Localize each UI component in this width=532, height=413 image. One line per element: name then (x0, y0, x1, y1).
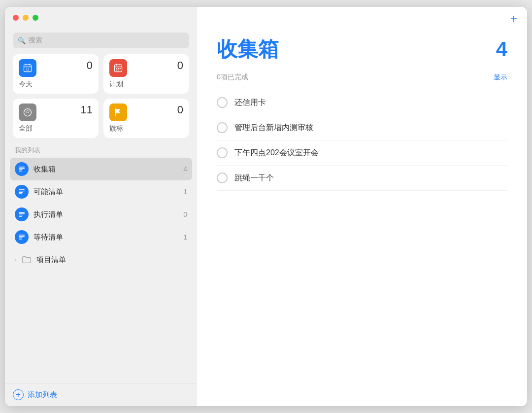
flag-icon (109, 103, 127, 121)
all-label: 全部 (19, 124, 93, 133)
smart-card-flag[interactable]: 0 旗标 (103, 99, 189, 138)
svg-rect-7 (118, 69, 119, 70)
titlebar (5, 7, 197, 29)
smart-cards-grid: 10 0 今天 (5, 54, 197, 144)
today-count: 0 (87, 59, 93, 72)
task-item-2[interactable]: 管理后台新增内测审核 (217, 115, 507, 140)
task-item-3[interactable]: 下午四点202会议室开会 (217, 140, 507, 166)
today-icon: 10 (19, 59, 36, 77)
task-text-2: 管理后台新增内测审核 (234, 123, 313, 133)
search-placeholder: 搜索 (29, 36, 42, 45)
add-list-footer[interactable]: + 添加列表 (5, 383, 197, 406)
svg-point-8 (24, 109, 32, 116)
list-item-action[interactable]: 执行清单 0 (10, 203, 192, 226)
task-text-3: 下午四点202会议室开会 (234, 148, 319, 158)
task-circle-3[interactable] (217, 147, 228, 158)
task-count-badge: 4 (496, 37, 507, 61)
project-label: 项目清单 (36, 255, 66, 265)
completed-text: 0项已完成 (217, 73, 248, 82)
task-text-4: 跳绳一千个 (234, 173, 274, 183)
search-bar[interactable]: 🔍 搜索 (13, 33, 189, 48)
smart-card-all[interactable]: 11 全部 (13, 99, 99, 138)
task-circle-4[interactable] (217, 172, 228, 183)
list-item-maybe-icon (15, 185, 29, 199)
maximize-button[interactable] (33, 15, 38, 21)
smart-card-calendar[interactable]: 0 计划 (103, 54, 189, 94)
flag-label: 旗标 (109, 124, 183, 133)
close-button[interactable] (13, 15, 19, 21)
list-item-action-icon (15, 207, 29, 221)
list-item-inbox-icon (15, 162, 29, 176)
list-items-container: 收集箱 4 可能清单 1 执行清单 0 (5, 158, 197, 383)
list-item-action-count: 0 (183, 210, 187, 218)
search-icon: 🔍 (18, 37, 26, 44)
completed-row: 0项已完成 显示 (217, 69, 507, 88)
calendar-label: 计划 (109, 80, 183, 89)
task-circle-1[interactable] (217, 97, 228, 108)
page-title: 收集箱 (217, 35, 279, 63)
svg-rect-4 (118, 68, 119, 69)
add-task-button[interactable]: + (510, 13, 517, 25)
list-item-inbox-label: 收集箱 (33, 165, 178, 174)
main-content: + 收集箱 4 0项已完成 显示 还信用卡 管理后台新增内测审核 (197, 7, 527, 406)
list-item-inbox-count: 4 (183, 165, 187, 173)
task-list: 还信用卡 管理后台新增内测审核 下午四点202会议室开会 跳绳一千个 (217, 90, 507, 191)
svg-rect-5 (120, 68, 121, 69)
today-label: 今天 (19, 80, 93, 89)
my-lists-section-title: 我的列表 (5, 144, 197, 158)
add-list-label: 添加列表 (28, 390, 57, 400)
all-icon (19, 103, 36, 121)
smart-card-today[interactable]: 10 0 今天 (13, 54, 99, 94)
list-item-waiting-count: 1 (183, 233, 187, 241)
task-item-4[interactable]: 跳绳一千个 (217, 166, 507, 191)
task-circle-2[interactable] (217, 122, 228, 133)
list-item-waiting-icon (15, 230, 29, 244)
sidebar: 🔍 搜索 10 0 今天 (5, 7, 197, 406)
svg-rect-6 (116, 69, 117, 70)
list-item-inbox[interactable]: 收集箱 4 (10, 158, 192, 180)
list-item-waiting-label: 等待清单 (33, 233, 178, 242)
task-text-1: 还信用卡 (234, 98, 266, 108)
list-item-maybe-label: 可能清单 (33, 187, 178, 197)
main-body: 收集箱 4 0项已完成 显示 还信用卡 管理后台新增内测审核 下午四点202会议 (197, 31, 527, 406)
flag-count: 0 (177, 103, 183, 116)
calendar-icon (109, 59, 127, 77)
project-item[interactable]: › 项目清单 (10, 248, 192, 271)
list-item-maybe-count: 1 (183, 188, 187, 196)
app-window: 🔍 搜索 10 0 今天 (5, 7, 527, 406)
calendar-count: 0 (177, 59, 183, 72)
show-link[interactable]: 显示 (494, 73, 507, 82)
add-list-icon: + (13, 389, 24, 400)
main-header: + (197, 7, 527, 31)
chevron-right-icon: › (15, 256, 17, 263)
svg-rect-3 (116, 68, 117, 69)
title-row: 收集箱 4 (217, 35, 507, 67)
all-count: 11 (81, 103, 93, 116)
list-item-maybe[interactable]: 可能清单 1 (10, 180, 192, 203)
list-item-waiting[interactable]: 等待清单 1 (10, 226, 192, 248)
minimize-button[interactable] (23, 15, 29, 21)
list-item-action-label: 执行清单 (33, 210, 178, 219)
svg-text:10: 10 (26, 68, 29, 71)
task-item-1[interactable]: 还信用卡 (217, 90, 507, 115)
folder-icon (20, 253, 33, 267)
